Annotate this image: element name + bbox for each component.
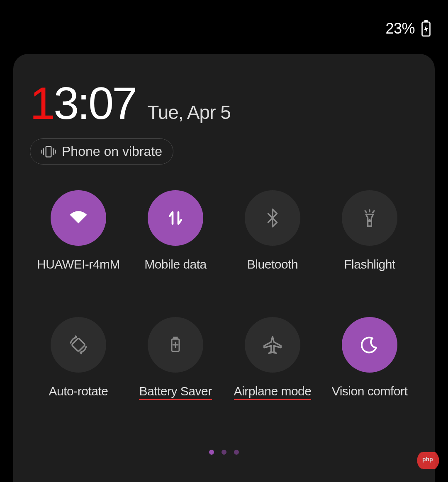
tile-airplane-mode-label: Airplane mode (234, 384, 312, 400)
tile-vision-comfort-circle (342, 317, 397, 373)
svg-rect-6 (174, 337, 177, 339)
tile-auto-rotate-circle (51, 317, 106, 373)
tile-vision-comfort[interactable]: Vision comfort (321, 317, 418, 400)
tile-wifi-circle (51, 190, 106, 246)
tile-airplane-mode[interactable]: Airplane mode (224, 317, 321, 400)
moon-icon (358, 334, 381, 356)
page-dot (209, 450, 214, 455)
vibrate-icon (41, 144, 56, 159)
clock-row: 13:07 Tue, Apr 5 (30, 77, 418, 129)
tile-flashlight-label: Flashlight (344, 257, 395, 271)
page-dot (222, 450, 226, 455)
page-dots[interactable] (30, 450, 418, 455)
svg-rect-2 (46, 146, 51, 157)
tile-bluetooth-label: Bluetooth (247, 257, 298, 271)
tile-bluetooth-circle (245, 190, 300, 246)
tile-mobile-data-label: Mobile data (144, 257, 207, 271)
tile-battery-saver[interactable]: Battery Saver (127, 317, 224, 400)
bluetooth-icon (262, 208, 283, 228)
mobile-data-icon (164, 206, 187, 230)
watermark (415, 452, 448, 469)
tile-vision-comfort-label: Vision comfort (332, 384, 408, 398)
svg-rect-4 (72, 338, 85, 352)
svg-rect-1 (424, 20, 428, 22)
auto-rotate-icon (67, 333, 90, 356)
clock-rest: 3:07 (54, 78, 136, 128)
ringer-chip-label: Phone on vibrate (62, 144, 162, 159)
tile-wifi-label: HUAWEI-r4mM (37, 257, 120, 271)
tile-auto-rotate[interactable]: Auto-rotate (30, 317, 127, 400)
svg-point-3 (369, 220, 370, 222)
tile-flashlight-circle (342, 190, 397, 246)
ringer-chip[interactable]: Phone on vibrate (30, 138, 173, 165)
tile-flashlight[interactable]: Flashlight (321, 190, 418, 271)
airplane-icon (261, 334, 284, 356)
flashlight-icon (359, 207, 380, 229)
page-dot (234, 450, 239, 455)
clock-date: Tue, Apr 5 (147, 101, 231, 124)
tile-airplane-mode-circle (245, 317, 300, 373)
status-bar: 23% (0, 0, 448, 37)
battery-saver-icon (166, 335, 185, 355)
tile-battery-saver-label: Battery Saver (139, 384, 212, 400)
quick-settings-panel: 13:07 Tue, Apr 5 Phone on vibrate HUAWEI… (13, 54, 435, 482)
wifi-icon (66, 205, 91, 231)
tile-mobile-data[interactable]: Mobile data (127, 190, 224, 271)
clock-time: 13:07 (30, 77, 136, 129)
clock-hour-accent: 1 (30, 78, 54, 128)
tile-auto-rotate-label: Auto-rotate (49, 384, 108, 398)
battery-charging-icon (421, 20, 431, 37)
tile-battery-saver-circle (148, 317, 203, 373)
tile-mobile-data-circle (148, 190, 203, 246)
battery-percent: 23% (385, 20, 415, 37)
tiles-grid: HUAWEI-r4mM Mobile data Bluetoot (30, 190, 418, 400)
tile-bluetooth[interactable]: Bluetooth (224, 190, 321, 271)
tile-wifi[interactable]: HUAWEI-r4mM (30, 190, 127, 271)
